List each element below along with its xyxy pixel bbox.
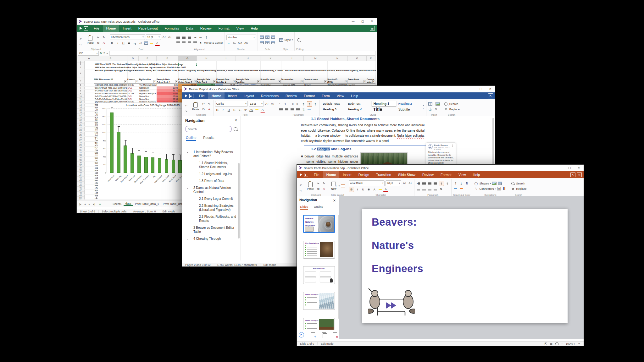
slide-canvas[interactable]: Beavers: Nature's Engineers [362,209,568,323]
connectors-button[interactable]: Connectors [479,187,494,190]
subscript-icon[interactable]: x₂ [238,107,242,112]
minimize-icon[interactable]: — [555,165,565,171]
row-header-32[interactable]: 32 [77,151,84,154]
menu-insert[interactable]: Insert [119,25,135,32]
chart-bar[interactable] [151,157,154,173]
column-header-l[interactable]: L [281,56,304,61]
chart-bar[interactable] [137,156,141,173]
save-icon[interactable] [189,94,193,98]
column-header-i[interactable]: I [216,56,236,61]
sidebar-toggle-icon[interactable]: ▦ [370,26,375,31]
menu-insert[interactable]: Insert [225,92,240,99]
row-header-46[interactable]: 46 [77,187,84,189]
column-header-n[interactable]: N [327,56,348,61]
nav-tab-outline[interactable]: Outline [186,136,196,141]
row-header-24[interactable]: 24 [77,131,84,134]
clear-formatting-icon[interactable]: A [102,40,106,45]
align-center-icon[interactable] [427,181,432,186]
menu-file[interactable]: File [310,171,323,178]
menu-page-layout[interactable]: Page Layout [135,25,161,32]
row-header-27[interactable]: 27 [77,139,84,141]
slide-title-line-1[interactable]: Beavers: [372,216,417,228]
row-header-23[interactable]: 23 [77,129,84,131]
writer-titlebar[interactable]: Beaver Report.docx - Collabora Office — … [182,86,495,92]
outline-item[interactable]: 2.2 Branching Strategies (Literal and Fi… [185,204,236,212]
rtl-icon[interactable]: ¶ [445,181,450,186]
column-header-p[interactable]: P [367,56,375,61]
shrink-font-icon[interactable]: A↓ [408,181,413,185]
row-header-51[interactable]: 51 [77,199,84,200]
align-bottom-icon[interactable] [187,35,192,40]
style-heading-2[interactable]: Heading 2 [397,101,421,106]
style-default-parag[interactable]: Default Parag [321,101,346,106]
align-right-icon[interactable] [290,107,295,112]
indent-decrease-icon[interactable]: ⇤ [198,35,203,40]
last-sheet-icon[interactable]: ▸| [93,203,95,206]
row-header-43[interactable]: 43 [77,179,84,182]
row-header-28[interactable]: 28 [77,141,84,144]
grow-font-icon[interactable]: A↑ [162,35,167,39]
filter-icon[interactable]: ▾ [194,80,197,83]
close-icon[interactable]: ✕ [574,165,584,171]
slide-thumbnail-3[interactable]: Beaver Basics [303,266,335,284]
maximize-icon[interactable]: ▢ [565,165,574,171]
filter-icon[interactable]: ▾ [278,80,281,83]
prev-sheet-icon[interactable]: ◂ [84,203,86,206]
slide-thumbnail-4[interactable]: Dams & Lodges [303,292,335,310]
insert-column-icon[interactable] [265,35,270,40]
font-color-icon[interactable]: A [155,41,160,46]
row-header-33[interactable]: 33 [77,154,84,156]
outline-item[interactable]: ⌄4 Chewing Through [185,237,236,241]
wrap-text-icon[interactable]: ¶ [204,35,209,40]
search-button[interactable]: Search [449,102,458,106]
row-header-44[interactable]: 44 [77,182,84,184]
align-right-icon[interactable] [187,40,192,45]
row-height-icon[interactable] [271,35,275,40]
menu-review[interactable]: Review [197,25,215,32]
sheet-menu-icon[interactable]: ☰ [105,202,108,206]
align-vcenter-icon[interactable] [181,35,186,40]
column-width-icon[interactable] [271,40,275,45]
replace-button[interactable]: Replace [449,108,460,111]
panel-scrollbar[interactable] [338,215,339,319]
menu-data[interactable]: Data [182,25,197,32]
chart-bar[interactable] [144,157,148,173]
connectors-icon[interactable]: ⟍ [474,186,478,191]
cut-icon[interactable]: ✂ [201,101,206,106]
bold-icon[interactable]: B [215,107,220,112]
impress-titlebar[interactable]: Beaver Facts Presentation.odp - Collabor… [297,165,584,171]
row-header-18[interactable]: 18 [77,116,84,119]
rtl-icon[interactable]: ¶ [313,101,318,106]
align-center-icon[interactable] [284,107,289,112]
clear-formatting-icon[interactable]: A [207,107,212,112]
grow-font-icon[interactable]: A↑ [265,101,269,106]
paste-button[interactable]: Paste [191,102,200,111]
insert-image-icon[interactable] [436,101,440,106]
font-color-icon[interactable]: A [260,107,265,112]
delete-slide-icon[interactable] [333,332,337,337]
row-header-37[interactable]: 37 [77,164,84,167]
undo-icon[interactable]: ↶ [298,183,303,188]
row-header-49[interactable]: 49 [77,194,84,197]
save-icon[interactable] [84,26,88,30]
indent-decrease-icon[interactable]: ⇤ [296,101,300,106]
align-left-icon[interactable] [176,40,180,45]
row-header-42[interactable]: 42 [77,177,84,179]
clone-formatting-icon[interactable]: ✎ [102,35,106,40]
row-header-21[interactable]: 21 [77,124,84,126]
font-size-combo[interactable]: 10 pt▾ [146,34,161,40]
cut-icon[interactable]: ✂ [316,181,321,186]
column-header-k[interactable]: K [260,56,281,61]
strikethrough-icon[interactable]: S [127,41,131,46]
comment-menu-icon[interactable]: ⋮ [451,144,454,147]
italic-icon[interactable]: I [355,187,360,192]
menu-view[interactable]: View [455,171,469,178]
sheet-tab-data[interactable]: data [124,202,133,206]
row-header-39[interactable]: 39 [77,169,84,172]
favorites-icon[interactable]: ☆ [577,172,582,177]
remove-decimal-icon[interactable]: .00 [243,41,248,46]
menu-design[interactable]: Design [355,171,373,178]
align-top-icon[interactable] [176,35,180,40]
paste-button[interactable]: Paste [86,36,95,44]
row-header-41[interactable]: 41 [77,174,84,177]
